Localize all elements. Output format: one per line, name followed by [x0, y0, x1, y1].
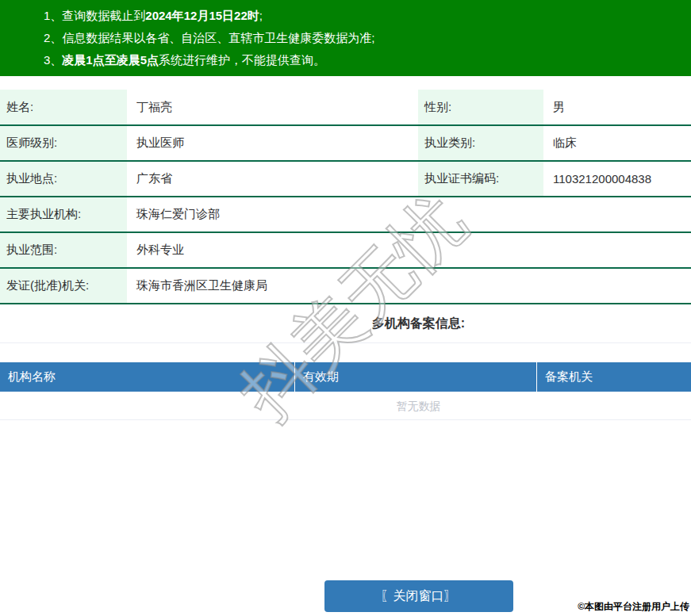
notice-text: 信息数据结果以各省、自治区、直辖市卫生健康委数据为准; [62, 31, 374, 44]
copyright-watermark: ©本图由平台注册用户上传 [578, 600, 689, 614]
notice-text: 查询数据截止到 [62, 9, 145, 22]
notice-banner: 1、查询数据截止到2024年12月15日22时; 2、信息数据结果以各省、自治区… [0, 0, 691, 76]
filing-table-header: 机构名称 有效期 备案机关 [0, 362, 691, 392]
page-content: 1、查询数据截止到2024年12月15日22时; 2、信息数据结果以各省、自治区… [0, 0, 691, 612]
header-cell-validity: 有效期 [295, 362, 537, 392]
notice-number: 3、 [44, 53, 62, 67]
field-label-practice-location: 执业地点: [0, 161, 127, 197]
field-label-doctor-level: 医师级别: [0, 125, 127, 161]
field-label-name: 姓名: [0, 90, 127, 125]
notice-bold-text: 2024年12月15日22时 [145, 9, 259, 22]
multi-institution-section-title: 多机构备案信息: [0, 304, 691, 343]
field-value-practice-location: 广东省 [127, 161, 418, 197]
field-value-name: 丁福亮 [127, 90, 418, 125]
field-value-issuing-authority: 珠海市香洲区卫生健康局 [127, 268, 691, 304]
notice-number: 2、 [44, 31, 62, 44]
field-value-practice-scope: 外科专业 [127, 232, 691, 268]
notice-item-2: 2、信息数据结果以各省、自治区、直辖市卫生健康委数据为准; [44, 27, 691, 49]
doctor-info-table: 姓名: 丁福亮 性别: 男 医师级别: 执业医师 执业类别: 临床 执业地点: … [0, 90, 691, 304]
field-value-main-institution: 珠海仁爱门诊部 [127, 197, 691, 232]
notice-bold-text: 凌晨1点至凌晨5点 [62, 53, 159, 67]
empty-data-text: 暂无数据 [0, 392, 691, 420]
notice-item-1: 1、查询数据截止到2024年12月15日22时; [44, 5, 691, 27]
header-cell-institution: 机构名称 [0, 362, 295, 392]
notice-text: ; [259, 9, 263, 22]
field-value-certificate-number: 110321200004838 [543, 161, 691, 197]
table-row: 发证(批准)机关: 珠海市香洲区卫生健康局 [0, 268, 691, 304]
field-value-gender: 男 [543, 90, 691, 125]
table-row: 执业地点: 广东省 执业证书编码: 110321200004838 [0, 161, 691, 197]
field-value-doctor-level: 执业医师 [127, 125, 418, 161]
header-cell-authority: 备案机关 [537, 362, 691, 392]
field-label-main-institution: 主要执业机构: [0, 197, 127, 232]
field-label-practice-category: 执业类别: [418, 125, 543, 161]
field-label-gender: 性别: [418, 90, 543, 125]
close-window-button[interactable]: 〖关闭窗口〗 [324, 580, 513, 612]
field-value-practice-category: 临床 [543, 125, 691, 161]
field-label-certificate-number: 执业证书编码: [418, 161, 543, 197]
notice-text: 系统进行维护，不能提供查询。 [159, 53, 325, 67]
query-result-page: 1、查询数据截止到2024年12月15日22时; 2、信息数据结果以各省、自治区… [0, 0, 691, 616]
table-row: 主要执业机构: 珠海仁爱门诊部 [0, 197, 691, 232]
notice-item-3: 3、凌晨1点至凌晨5点系统进行维护，不能提供查询。 [44, 49, 691, 71]
field-label-practice-scope: 执业范围: [0, 232, 127, 268]
table-row: 执业范围: 外科专业 [0, 232, 691, 268]
notice-number: 1、 [44, 9, 62, 22]
field-label-issuing-authority: 发证(批准)机关: [0, 268, 127, 304]
table-row: 医师级别: 执业医师 执业类别: 临床 [0, 125, 691, 161]
table-row: 姓名: 丁福亮 性别: 男 [0, 90, 691, 125]
